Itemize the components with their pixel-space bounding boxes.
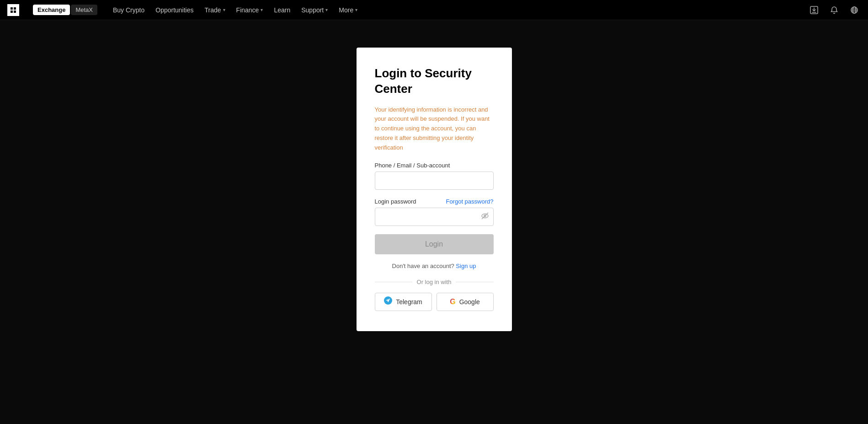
- or-line-right: [456, 282, 493, 282]
- signup-row: Don't have an account? Sign up: [375, 263, 494, 269]
- svg-rect-4: [14, 11, 16, 13]
- download-icon[interactable]: [808, 4, 820, 16]
- trade-chevron-icon: ▾: [223, 7, 225, 12]
- globe-icon[interactable]: [848, 4, 861, 16]
- google-icon: G: [450, 298, 455, 306]
- svg-rect-2: [14, 7, 16, 10]
- telegram-icon: [384, 296, 392, 307]
- login-button[interactable]: Login: [375, 234, 494, 254]
- telegram-login-button[interactable]: Telegram: [375, 293, 432, 311]
- navbar-right: [808, 4, 861, 16]
- nav-learn[interactable]: Learn: [269, 4, 295, 16]
- svg-rect-0: [7, 4, 19, 16]
- svg-rect-1: [11, 7, 13, 10]
- logo: [7, 4, 26, 16]
- nav-buy-crypto[interactable]: Buy Crypto: [108, 4, 149, 16]
- or-divider: Or log in with: [375, 279, 494, 285]
- forgot-password-link[interactable]: Forgot password?: [446, 198, 493, 205]
- svg-rect-3: [11, 11, 13, 13]
- password-input[interactable]: [375, 208, 494, 226]
- telegram-label: Telegram: [396, 298, 422, 306]
- tab-exchange[interactable]: Exchange: [33, 5, 70, 15]
- phone-input[interactable]: [375, 172, 494, 190]
- warning-message: Your identifying information is incorrec…: [375, 105, 494, 153]
- nav-finance[interactable]: Finance ▾: [232, 4, 268, 16]
- google-login-button[interactable]: G Google: [437, 293, 494, 311]
- finance-chevron-icon: ▾: [261, 7, 263, 12]
- google-label: Google: [459, 298, 480, 306]
- nav-support[interactable]: Support ▾: [297, 4, 332, 16]
- phone-label: Phone / Email / Sub-account: [375, 162, 494, 169]
- okx-logo-icon: [7, 4, 26, 16]
- support-chevron-icon: ▾: [325, 7, 328, 12]
- more-chevron-icon: ▾: [355, 7, 357, 12]
- nav-links: Buy Crypto Opportunities Trade ▾ Finance…: [108, 4, 808, 16]
- sign-up-link[interactable]: Sign up: [456, 263, 476, 269]
- login-card: Login to Security Center Your identifyin…: [357, 48, 512, 331]
- nav-opportunities[interactable]: Opportunities: [151, 4, 198, 16]
- navbar: Exchange MetaX Buy Crypto Opportunities …: [0, 0, 868, 20]
- show-password-icon[interactable]: [481, 212, 489, 222]
- password-label-row: Login password Forgot password?: [375, 198, 494, 205]
- password-wrapper: [375, 208, 494, 226]
- nav-tabs: Exchange MetaX: [33, 5, 97, 15]
- nav-trade[interactable]: Trade ▾: [200, 4, 230, 16]
- notification-icon[interactable]: [828, 4, 841, 16]
- or-line-left: [375, 282, 412, 282]
- main-content: Login to Security Center Your identifyin…: [0, 20, 868, 424]
- nav-more[interactable]: More ▾: [334, 4, 362, 16]
- or-text: Or log in with: [417, 279, 452, 285]
- login-title: Login to Security Center: [375, 66, 494, 97]
- tab-metax[interactable]: MetaX: [71, 5, 97, 15]
- social-buttons: Telegram G Google: [375, 293, 494, 311]
